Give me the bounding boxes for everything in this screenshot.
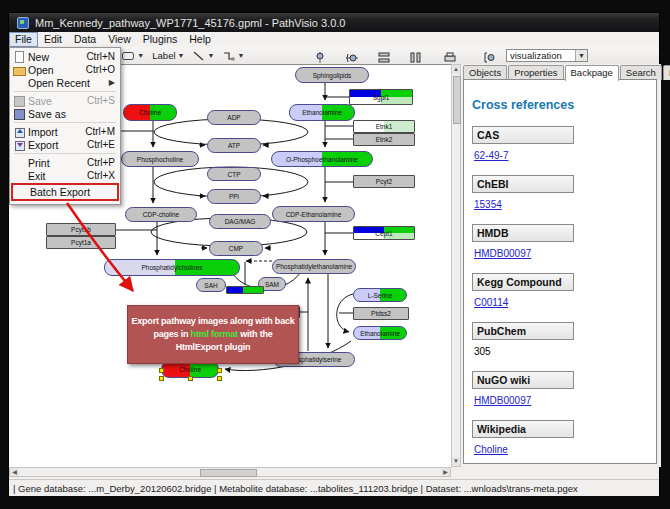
stack-horizontal-button[interactable] xyxy=(406,49,426,65)
file-menu-item-save-as[interactable]: Save as xyxy=(11,107,119,120)
xref-section-kegg-compound: Kegg CompoundC00114 xyxy=(472,273,656,308)
label-dropdown-arrow[interactable]: ▼ xyxy=(178,52,185,59)
xref-header[interactable]: PubChem xyxy=(472,322,574,340)
file-menu-item-export[interactable]: ExportCtrl+E xyxy=(11,138,119,151)
pathway-node-fragment[interactable] xyxy=(226,286,264,294)
pathway-node-etnk1[interactable]: Etnk1 xyxy=(353,120,415,133)
tab-objects[interactable]: Objects xyxy=(463,65,507,80)
pathway-node-atp[interactable]: ATP xyxy=(207,138,261,153)
xref-header[interactable]: Kegg Compound xyxy=(472,273,574,291)
pathway-node-cdp-ethanolamine[interactable]: CDP-Ethanolamine xyxy=(272,206,355,222)
node-label: O-Phosphoethanolamine xyxy=(286,156,358,163)
xref-link[interactable]: HMDB00097 xyxy=(474,248,531,259)
pathway-node-phosphocholine[interactable]: Phosphocholine xyxy=(121,151,199,167)
pathway-node-pcyt2[interactable]: Pcyt2 xyxy=(353,175,415,188)
stack-vertical-button[interactable] xyxy=(374,49,394,65)
menu-item-data[interactable]: Data xyxy=(68,33,102,46)
pathway-node-phosphatidylethanolamine[interactable]: Phosphatidylethanolamine xyxy=(272,259,356,274)
new-icon xyxy=(13,51,26,63)
label-tool-button[interactable]: Label ▼ xyxy=(149,48,187,64)
connector-dropdown-arrow[interactable]: ▼ xyxy=(237,52,244,59)
xref-header[interactable]: NuGO wiki xyxy=(472,371,574,389)
pathway-node-cdp-choline[interactable]: CDP-choline xyxy=(125,207,197,222)
horizontal-scroll-thumb[interactable] xyxy=(200,469,257,477)
xref-header[interactable]: CAS xyxy=(472,126,574,144)
pathway-node-etnk2[interactable]: Etnk2 xyxy=(353,133,415,146)
node-label: Sphingolipids xyxy=(313,72,352,79)
vertical-scroll-thumb[interactable] xyxy=(453,76,461,124)
file-menu-item-import[interactable]: ImportCtrl+M xyxy=(11,125,119,138)
xref-link[interactable]: 62-49-7 xyxy=(474,150,508,161)
selection-handle[interactable] xyxy=(217,376,222,381)
common-size-button[interactable] xyxy=(440,49,460,65)
pathway-node-phosphatidylcholines[interactable]: Phosphatidylcholines xyxy=(104,259,240,276)
selection-handle[interactable] xyxy=(159,368,164,373)
xref-header[interactable]: Wikipedia xyxy=(472,420,574,438)
pathway-node-ctp[interactable]: CTP xyxy=(207,167,261,181)
xref-link[interactable]: 15354 xyxy=(474,199,502,210)
tab-search[interactable]: Search xyxy=(620,65,662,80)
pathway-node-cept1[interactable]: Cept1 xyxy=(353,226,415,240)
xref-header[interactable]: HMDB xyxy=(472,224,574,242)
datanode-dropdown-arrow[interactable]: ▼ xyxy=(137,52,144,59)
pathway-node-pcyt1b[interactable]: Pcyt1b xyxy=(46,223,116,236)
visualization-dropdown-arrow[interactable]: ▼ xyxy=(575,50,587,61)
scroll-right-arrow[interactable]: ▶ xyxy=(441,468,450,476)
pathway-node-adp[interactable]: ADP xyxy=(207,110,261,125)
title-bar[interactable]: Mm_Kennedy_pathway_WP1771_45176.gpml - P… xyxy=(9,13,659,32)
file-menu-item-print[interactable]: PrintCtrl+P xyxy=(11,156,119,169)
annotation-line: Export pathway images along with back xyxy=(128,315,298,328)
canvas-vertical-scrollbar[interactable]: ▲ ▼ xyxy=(451,64,461,467)
tab-backpage[interactable]: Backpage xyxy=(565,65,619,81)
align-middle-button[interactable] xyxy=(342,49,362,65)
menu-item-edit[interactable]: Edit xyxy=(38,33,68,46)
file-menu-item-exit[interactable]: ExitCtrl+X xyxy=(11,169,119,182)
xref-link[interactable]: HMDB00097 xyxy=(474,395,531,406)
line-tool-button[interactable]: ▼ xyxy=(189,48,217,64)
menu-item-file[interactable]: File xyxy=(9,32,38,47)
selection-handle[interactable] xyxy=(217,368,222,373)
file-menu-item-save[interactable]: SaveCtrl+S xyxy=(11,94,119,107)
tab-legend[interactable]: Legend xyxy=(663,65,670,80)
line-dropdown-arrow[interactable]: ▼ xyxy=(207,52,214,59)
pathway-node-ethanolamine[interactable]: Ethanolamine xyxy=(289,104,355,121)
pathway-node-o-phosphoethanolamine[interactable]: O-Phosphoethanolamine xyxy=(271,151,373,167)
annotation-line: HtmlExport plugin xyxy=(128,341,298,354)
file-menu-item-open[interactable]: OpenCtrl+O xyxy=(11,63,119,76)
scroll-down-arrow[interactable]: ▼ xyxy=(452,457,460,466)
connector-tool-button[interactable]: ▼ xyxy=(219,48,247,64)
menu-shortcut: Ctrl+O xyxy=(86,64,115,75)
pathway-node-sah[interactable]: SAH xyxy=(196,278,226,292)
menu-item-help[interactable]: Help xyxy=(183,33,217,46)
menu-item-view[interactable]: View xyxy=(102,33,137,46)
file-menu-item-batch-export[interactable]: Batch Export xyxy=(11,183,119,201)
pathway-node-cmp[interactable]: CMP xyxy=(209,241,263,256)
pathway-node-dag-mag[interactable]: DAG/MAG xyxy=(209,214,271,229)
pathway-node-pcyt1a[interactable]: Pcyt1a xyxy=(46,236,116,249)
pathway-node-sphingolipids[interactable]: Sphingolipids xyxy=(295,67,369,83)
tab-properties[interactable]: Properties xyxy=(508,65,563,80)
pathway-node-sgpl1[interactable]: Sgpl1 xyxy=(349,89,413,105)
file-menu-item-open-recent[interactable]: Open Recent▶ xyxy=(11,76,119,89)
datanode-tool-button[interactable]: ▼ xyxy=(118,48,147,64)
menu-item-plugins[interactable]: Plugins xyxy=(137,33,183,46)
canvas-horizontal-scrollbar[interactable]: ◀ ▶ xyxy=(9,467,451,477)
visualization-combobox[interactable]: visualization ▼ xyxy=(506,49,588,62)
selection-handle[interactable] xyxy=(159,376,164,381)
pathway-node-choline[interactable]: Choline xyxy=(123,104,177,121)
node-label: Phosphocholine xyxy=(137,156,183,163)
menu-separator xyxy=(14,153,116,154)
xref-header[interactable]: ChEBI xyxy=(472,175,574,193)
selection-handle[interactable] xyxy=(188,376,193,381)
pathway-node-ptdss2[interactable]: Ptdss2 xyxy=(353,307,409,320)
xref-link[interactable]: Choline xyxy=(474,444,508,455)
align-center-button[interactable] xyxy=(310,49,330,65)
xref-link[interactable]: C00114 xyxy=(474,297,508,308)
pathway-node-ppi[interactable]: PPi xyxy=(207,189,261,204)
pathway-node-ethanolamine[interactable]: Ethanolamine xyxy=(353,326,407,340)
pathway-node-l-serine[interactable]: L-Serine xyxy=(353,288,407,302)
layout-button[interactable] xyxy=(480,49,500,65)
file-menu-item-new[interactable]: NewCtrl+N xyxy=(11,50,119,63)
scroll-left-arrow[interactable]: ◀ xyxy=(10,468,19,476)
scroll-up-arrow[interactable]: ▲ xyxy=(452,65,460,74)
